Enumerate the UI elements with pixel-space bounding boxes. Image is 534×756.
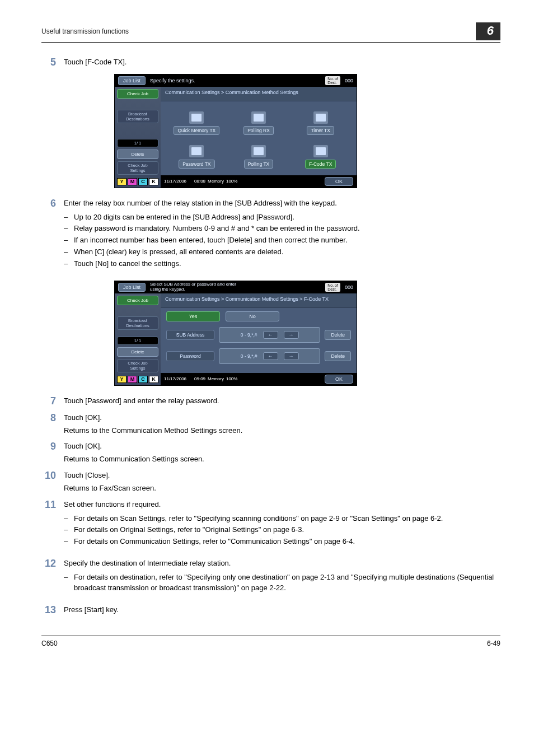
step-text: Touch [Close]. xyxy=(64,470,500,481)
toner-m-icon: M xyxy=(128,178,137,185)
step-text: Touch [F-Code TX]. xyxy=(64,57,500,68)
fcode-tx-label: F-Code TX xyxy=(305,160,336,169)
timer-icon xyxy=(313,111,328,124)
toner-indicators: Y M C K xyxy=(117,177,158,188)
cursor-left-button[interactable]: ← xyxy=(263,352,278,360)
dest-label: No. of Dest. xyxy=(325,76,340,85)
input-hint: 0 - 9,*,# xyxy=(241,353,257,359)
polling-rx-label: Polling RX xyxy=(243,126,274,135)
delete-sub-address-button[interactable]: Delete xyxy=(325,330,351,340)
toner-c-icon: C xyxy=(138,178,148,185)
status-memory-pct: 100% xyxy=(226,376,237,381)
step-number: 9 xyxy=(41,441,64,465)
password-input[interactable]: 0 - 9,*,# ← → xyxy=(219,348,320,364)
step-subtext: Returns to Communication Settings screen… xyxy=(64,454,500,465)
footer-page-ref: 6-49 xyxy=(487,640,500,647)
screenshot-comm-method-settings: Job List Specify the settings. No. of De… xyxy=(114,74,357,188)
input-hint: 0 - 9,*,# xyxy=(241,332,257,338)
side-delete-button[interactable]: Delete xyxy=(117,150,158,159)
pager: 1/ 1 xyxy=(117,337,158,345)
password-tx-button[interactable]: Password TX xyxy=(171,145,223,169)
tab-yes[interactable]: Yes xyxy=(166,311,220,321)
cursor-left-button[interactable]: ← xyxy=(263,331,278,339)
check-job-button[interactable]: Check Job xyxy=(117,296,158,305)
breadcrumb: Communication Settings > Communication M… xyxy=(161,87,357,101)
job-list-button[interactable]: Job List xyxy=(118,76,146,85)
fcode-tx-button[interactable]: F-Code TX xyxy=(294,145,346,169)
quick-memory-tx-button[interactable]: Quick Memory TX xyxy=(171,111,223,135)
toner-k-icon: K xyxy=(149,376,158,383)
status-memory-label: Memory xyxy=(208,376,224,381)
polling-rx-button[interactable]: Polling RX xyxy=(233,111,285,135)
quick-memory-tx-label: Quick Memory TX xyxy=(174,126,219,135)
step-bullet: For details on Original Settings, refer … xyxy=(64,525,500,535)
breadcrumb: Communication Settings > Communication M… xyxy=(161,293,357,308)
broadcast-destinations-button[interactable]: Broadcast Destinations xyxy=(117,316,158,330)
step-bullet: If an incorrect number has been entered,… xyxy=(64,235,500,246)
timer-tx-button[interactable]: Timer TX xyxy=(294,111,346,135)
dest-label: No. of Dest. xyxy=(325,283,340,292)
toner-c-icon: C xyxy=(138,376,148,383)
step-number: 11 xyxy=(41,500,64,553)
status-time: 09:09 xyxy=(194,376,205,381)
check-job-settings-button[interactable]: Check Job Settings xyxy=(117,161,158,175)
quick-memory-icon xyxy=(189,111,204,124)
step-bullet: For details on Scan Settings, refer to "… xyxy=(64,514,500,524)
sub-address-button[interactable]: SUB Address xyxy=(166,330,214,340)
ok-button[interactable]: OK xyxy=(325,177,353,186)
job-list-button[interactable]: Job List xyxy=(118,283,146,292)
step-subtext: Returns to Fax/Scan screen. xyxy=(64,483,500,494)
step-bullet: Touch [No] to cancel the settings. xyxy=(64,259,500,269)
polling-tx-icon xyxy=(251,145,266,157)
polling-tx-label: Polling TX xyxy=(244,160,274,169)
cursor-right-button[interactable]: → xyxy=(284,352,299,360)
broadcast-destinations-button[interactable]: Broadcast Destinations xyxy=(117,110,158,123)
toner-m-icon: M xyxy=(128,376,137,383)
delete-password-button[interactable]: Delete xyxy=(325,351,351,361)
step-text: Touch [OK]. xyxy=(64,441,500,452)
status-time: 08:08 xyxy=(194,179,205,184)
toner-y-icon: Y xyxy=(117,178,127,185)
step-bullet: For details on Communication Settings, r… xyxy=(64,536,500,547)
step-text: Set other functions if required. xyxy=(64,500,500,510)
step-text: Touch [Password] and enter the relay pas… xyxy=(64,396,500,407)
toner-indicators: Y M C K xyxy=(117,375,158,385)
check-job-settings-button[interactable]: Check Job Settings xyxy=(117,359,158,372)
password-tx-label: Password TX xyxy=(179,160,214,169)
ok-button[interactable]: OK xyxy=(325,375,353,384)
timer-tx-label: Timer TX xyxy=(307,126,334,135)
sub-address-input[interactable]: 0 - 9,*,# ← → xyxy=(219,327,320,343)
footer-model: C650 xyxy=(41,640,58,647)
status-date: 11/17/2006 xyxy=(164,179,186,184)
screen-prompt: Specify the settings. xyxy=(150,78,321,83)
toner-y-icon: Y xyxy=(117,376,127,383)
polling-rx-icon xyxy=(251,111,266,124)
step-bullet: Up to 20 digits can be entered in the [S… xyxy=(64,212,500,223)
status-memory-label: Memory xyxy=(208,179,224,184)
tab-no[interactable]: No xyxy=(226,311,279,321)
polling-tx-button[interactable]: Polling TX xyxy=(233,145,285,169)
step-number: 13 xyxy=(41,605,64,616)
dest-count: 000 xyxy=(345,284,353,290)
header-rule xyxy=(41,42,500,43)
check-job-button[interactable]: Check Job xyxy=(117,89,158,99)
chapter-number-tab: 6 xyxy=(476,22,500,40)
screen-prompt: Select SUB Address or password and enter… xyxy=(150,282,321,292)
password-button[interactable]: Password xyxy=(166,351,214,361)
step-number: 5 xyxy=(41,57,64,68)
cursor-right-button[interactable]: → xyxy=(284,331,299,339)
step-text: Press [Start] key. xyxy=(64,605,500,616)
side-delete-button[interactable]: Delete xyxy=(117,347,158,357)
step-text: Enter the relay box number of the relay … xyxy=(64,198,500,209)
step-text: Touch [OK]. xyxy=(64,413,500,423)
pager: 1/ 1 xyxy=(117,139,158,147)
step-number: 8 xyxy=(41,413,64,436)
step-bullet: Relay password is mandatory. Numbers 0-9… xyxy=(64,223,500,234)
step-number: 6 xyxy=(41,198,64,275)
step-bullet: When [C] (clear) key is pressed, all ent… xyxy=(64,247,500,258)
screenshot-fcode-tx: Job List Select SUB Address or password … xyxy=(114,281,357,386)
running-header-title: Useful transmission functions xyxy=(41,27,129,35)
fcode-icon xyxy=(313,145,328,157)
status-date: 11/17/2006 xyxy=(164,376,186,381)
toner-k-icon: K xyxy=(149,178,158,185)
